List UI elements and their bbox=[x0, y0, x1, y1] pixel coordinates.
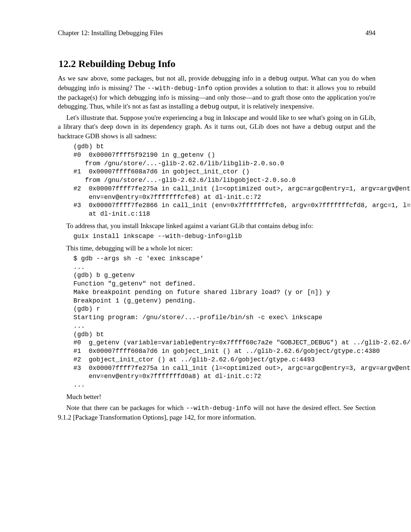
text-run: Note that there can be packages for whic… bbox=[66, 404, 186, 411]
paragraph-3: To address that, you install Inkscape li… bbox=[58, 221, 376, 230]
inline-code: --with-debug-info bbox=[147, 85, 212, 92]
paragraph-4: This time, debugging will be a whole lot… bbox=[58, 244, 376, 253]
section-heading: 12.2 Rebuilding Debug Info bbox=[58, 58, 376, 70]
page: Chapter 12: Installing Debugging Files 4… bbox=[0, 0, 411, 532]
text-run: output, it is relatively inexpensive. bbox=[219, 102, 314, 110]
paragraph-2: Let's illustrate that. Suppose you're ex… bbox=[58, 113, 376, 140]
code-block-1: (gdb) bt #0 0x00007ffff5f92190 in g_gete… bbox=[73, 143, 376, 218]
paragraph-1: As we saw above, some packages, but not … bbox=[58, 74, 376, 111]
paragraph-6: Note that there can be packages for whic… bbox=[58, 403, 376, 422]
code-block-2: guix install inkscape --with-debug-info=… bbox=[73, 232, 376, 241]
text-run: As we saw above, some packages, but not … bbox=[58, 74, 268, 82]
running-head: Chapter 12: Installing Debugging Files 4… bbox=[58, 29, 376, 37]
chapter-label: Chapter 12: Installing Debugging Files bbox=[58, 29, 163, 37]
inline-code: debug bbox=[200, 103, 219, 110]
inline-code: --with-debug-info bbox=[186, 405, 251, 412]
paragraph-5: Much better! bbox=[58, 392, 376, 401]
inline-code: debug bbox=[313, 123, 333, 131]
code-block-3: $ gdb --args sh -c 'exec inkscape' ... (… bbox=[73, 255, 376, 389]
inline-code: debug bbox=[268, 75, 288, 82]
page-number: 494 bbox=[366, 29, 376, 37]
